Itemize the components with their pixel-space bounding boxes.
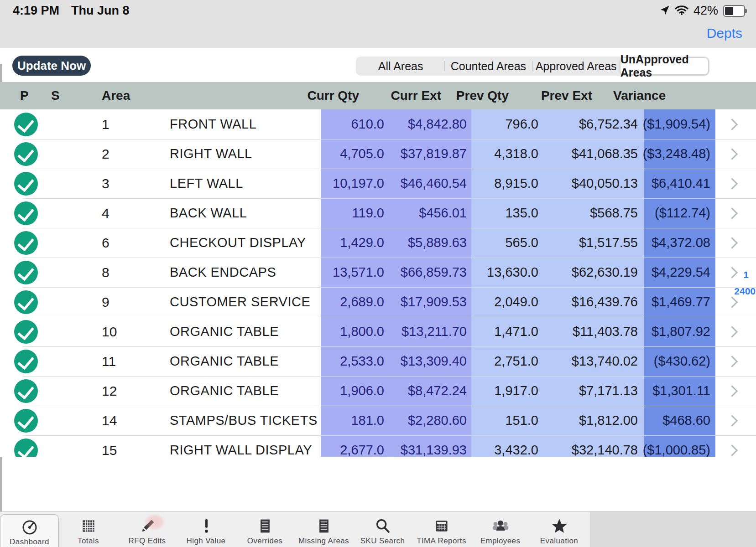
tab-label: Evaluation [540,537,578,546]
area-name: STAMPS/BUS TICKETS [137,406,321,435]
tab-employees[interactable]: Employees [471,512,530,547]
curr-qty-value: 119.0 [321,198,401,228]
table-row[interactable]: 8BACK ENDCAPS13,571.0$66,859.7313,630.0$… [0,258,756,287]
areas-table: 1FRONT WALL610.0$4,842.80796.0$6,752.34(… [0,109,756,457]
table-row[interactable]: 10ORGANIC TABLE1,800.0$13,211.701,471.0$… [0,317,756,346]
area-filter-segmented-control: All AreasCounted AreasApproved AreasUnAp… [356,57,709,76]
curr-ext-value: $17,909.53 [401,287,471,317]
header-area: Area [102,88,130,103]
area-name: CHECKOUT DISPLAY [137,228,321,258]
s-cell [41,435,73,457]
tab-bar-right-filler [590,511,756,547]
row-chevron-icon[interactable] [726,296,737,308]
table-row[interactable]: 6CHECKOUT DISPLAY1,429.0$5,889.63565.0$1… [0,228,756,258]
tab-label: Employees [480,537,521,546]
row-chevron-icon[interactable] [726,148,737,160]
gauge-icon [21,517,39,537]
curr-ext-value: $46,460.54 [401,169,471,198]
segment-approved-areas[interactable]: Approved Areas [532,57,620,75]
table-row[interactable]: 2RIGHT WALL4,705.0$37,819.874,318.0$41,0… [0,139,756,169]
variance-value: ($3,248.48) [644,139,715,169]
tab-missing-areas[interactable]: Missing Areas [294,512,353,547]
update-now-button[interactable]: Update Now [12,56,91,76]
row-chevron-icon[interactable] [726,237,737,248]
row-chevron-icon[interactable] [726,444,737,456]
area-number: 2 [73,139,137,169]
approved-check-icon[interactable] [14,439,38,457]
approved-check-icon[interactable] [14,172,38,196]
row-chevron-icon[interactable] [726,326,737,337]
tab-tima-reports[interactable]: TIMA Reports [412,512,471,547]
prev-ext-value: $16,439.76 [543,287,644,317]
variance-value: $4,372.08 [644,228,715,258]
approved-check-icon[interactable] [14,231,38,255]
tab-dashboard[interactable]: Dashboard [0,514,59,547]
approved-check-icon[interactable] [14,142,38,166]
tab-high-value[interactable]: High Value [177,512,235,547]
header-curr-qty: Curr Qty [307,88,359,103]
row-chevron-icon[interactable] [726,178,737,189]
area-name: BACK ENDCAPS [137,258,321,287]
curr-ext-value: $37,819.87 [401,139,471,169]
curr-ext-value: $4,842.80 [401,109,471,139]
approved-check-icon[interactable] [14,261,38,284]
approved-check-icon[interactable] [14,290,38,314]
table-row[interactable]: 12ORGANIC TABLE1,906.0$8,472.241,917.0$7… [0,376,756,406]
table-row[interactable]: 1FRONT WALL610.0$4,842.80796.0$6,752.34(… [0,109,756,139]
table-row[interactable]: 9CUSTOMER SERVICE2,689.0$17,909.532,049.… [0,287,756,317]
s-cell [41,198,73,228]
table-row[interactable]: 3LEFT WALL10,197.0$46,460.548,915.0$40,0… [0,169,756,198]
variance-value: $4,229.54 [644,258,715,287]
prev-ext-value: $1,812.00 [543,406,644,435]
approved-check-icon[interactable] [14,379,38,403]
s-cell [41,346,73,376]
area-name: ORGANIC TABLE [137,346,321,376]
tab-totals[interactable]: Totals [59,512,118,547]
curr-qty-value: 10,197.0 [321,169,401,198]
table-row[interactable]: 14STAMPS/BUS TICKETS181.0$2,280.60151.0$… [0,406,756,435]
depts-link[interactable]: Depts [707,26,742,41]
prev-ext-value: $13,740.02 [543,346,644,376]
segment-counted-areas[interactable]: Counted Areas [444,57,532,75]
prev-qty-value: 8,915.0 [471,169,543,198]
curr-qty-value: 4,705.0 [321,139,401,169]
s-cell [41,228,73,258]
curr-qty-value: 13,571.0 [321,258,401,287]
lined-doc-icon [316,516,332,536]
row-chevron-icon[interactable] [726,267,737,278]
table-row[interactable]: 15RIGHT WALL DISPLAY2,677.0$31,139.933,4… [0,435,756,457]
prev-qty-value: 151.0 [471,406,543,435]
table-row[interactable]: 11ORGANIC TABLE2,533.0$13,309.402,751.0$… [0,346,756,376]
tab-evaluation[interactable]: Evaluation [530,512,589,547]
approved-check-icon[interactable] [14,350,38,373]
header-s: S [51,88,60,103]
segment-all-areas[interactable]: All Areas [357,57,444,75]
search-icon [374,516,391,536]
prev-qty-value: 2,751.0 [471,346,543,376]
tab-rfq-edits[interactable]: RFQ Edits [118,512,177,547]
prev-qty-value: 13,630.0 [471,258,543,287]
row-chevron-icon[interactable] [726,356,737,367]
approved-check-icon[interactable] [14,113,38,136]
area-number: 14 [73,406,137,435]
segment-unapproved-areas[interactable]: UnApproved Areas [620,57,709,75]
tab-overrides[interactable]: Overrides [235,512,294,547]
row-chevron-icon[interactable] [726,119,737,130]
table-row[interactable]: 4BACK WALL119.0$456.01135.0$568.75($112.… [0,198,756,228]
row-chevron-icon[interactable] [726,207,737,219]
curr-ext-value: $8,472.24 [401,376,471,406]
status-bar: 4:19 PM Thu Jun 8 42% Depts [0,0,756,48]
prev-ext-value: $6,752.34 [543,109,644,139]
area-name: RIGHT WALL [137,139,321,169]
approved-check-icon[interactable] [14,409,38,433]
curr-qty-value: 610.0 [321,109,401,139]
row-chevron-icon[interactable] [726,385,737,397]
approved-check-icon[interactable] [14,201,38,225]
row-chevron-icon[interactable] [726,415,737,426]
tab-label: TIMA Reports [417,537,466,546]
tab-sku-search[interactable]: SKU Search [353,512,412,547]
prev-qty-value: 1,471.0 [471,317,543,346]
variance-value: $1,469.77 [644,287,715,317]
approved-check-icon[interactable] [14,320,38,344]
report-table-icon [433,516,450,536]
